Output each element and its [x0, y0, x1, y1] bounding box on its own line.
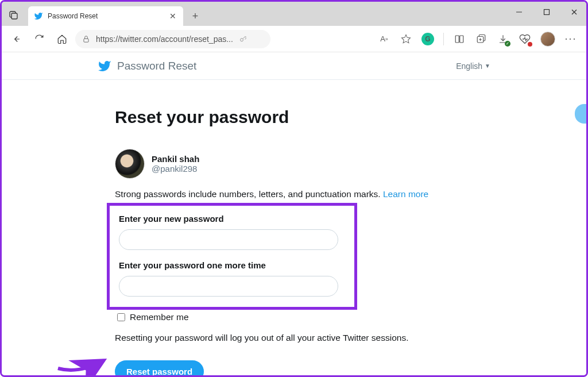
user-display-name: Pankil shah: [152, 154, 199, 164]
refresh-button[interactable]: [29, 29, 49, 49]
browser-toolbar: https://twitter.com/account/reset_pas...…: [2, 26, 586, 52]
svg-rect-7: [84, 39, 88, 42]
twitter-logo-icon: [98, 59, 111, 73]
user-avatar: [115, 149, 145, 179]
svg-point-8: [240, 39, 243, 41]
site-header: Password Reset English ▼: [2, 52, 586, 80]
maximize-button[interactable]: [538, 4, 555, 20]
confirm-password-label: Enter your password one more time: [119, 260, 345, 270]
password-fields-highlight: Enter your new password Enter your passw…: [107, 203, 357, 310]
split-screen-button[interactable]: [453, 33, 466, 45]
downloads-button[interactable]: ✓: [497, 33, 509, 45]
close-window-button[interactable]: [566, 4, 583, 20]
site-title: Password Reset: [117, 60, 196, 72]
user-block: Pankil shah @pankil298: [115, 149, 478, 179]
language-label: English: [456, 61, 482, 71]
profile-avatar[interactable]: [540, 32, 555, 47]
svg-rect-1: [11, 13, 17, 19]
more-menu-button[interactable]: ···: [564, 33, 577, 45]
collections-button[interactable]: [475, 33, 488, 45]
logout-warning: Resetting your password will log you out…: [115, 333, 478, 343]
browser-titlebar: Password Reset ✕ +: [2, 2, 586, 26]
address-bar[interactable]: https://twitter.com/account/reset_pas...: [75, 30, 270, 48]
svg-rect-3: [544, 10, 550, 15]
chevron-down-icon: ▼: [485, 63, 490, 69]
minimize-button[interactable]: [510, 4, 528, 20]
remember-me-row[interactable]: Remember me: [117, 312, 478, 322]
new-tab-button[interactable]: +: [187, 7, 204, 25]
svg-marker-9: [402, 34, 411, 43]
key-icon: [239, 34, 247, 43]
new-password-label: Enter your new password: [119, 214, 345, 224]
remember-me-label: Remember me: [130, 312, 189, 322]
language-selector[interactable]: English ▼: [456, 61, 490, 71]
password-strength-desc: Strong passwords include numbers, letter…: [115, 189, 478, 199]
url-text: https://twitter.com/account/reset_pas...: [96, 34, 233, 44]
read-aloud-button[interactable]: A»: [378, 33, 390, 45]
new-password-input[interactable]: [119, 229, 338, 250]
confirm-password-input[interactable]: [119, 276, 338, 297]
page-content: Password Reset English ▼ Reset your pass…: [2, 52, 586, 377]
reset-password-button[interactable]: Reset password: [115, 360, 204, 377]
performance-button[interactable]: [519, 33, 531, 45]
svg-rect-11: [460, 36, 463, 43]
close-tab-button[interactable]: ✕: [168, 11, 177, 21]
page-heading: Reset your password: [115, 107, 478, 127]
lock-icon: [82, 35, 90, 43]
tab-actions-button[interactable]: [2, 4, 26, 26]
browser-tab[interactable]: Password Reset ✕: [28, 6, 183, 26]
home-button[interactable]: [52, 29, 72, 49]
user-handle: @pankil298: [152, 164, 199, 174]
grammarly-icon[interactable]: G: [421, 33, 434, 45]
side-chat-icon[interactable]: [575, 104, 587, 124]
remember-me-checkbox[interactable]: [117, 313, 125, 321]
svg-rect-10: [455, 36, 459, 43]
twitter-icon: [34, 11, 43, 21]
separator: [443, 33, 444, 45]
favorite-button[interactable]: [400, 33, 412, 45]
tab-title: Password Reset: [48, 12, 164, 20]
learn-more-link[interactable]: Learn more: [383, 189, 428, 199]
back-button[interactable]: [6, 29, 26, 49]
